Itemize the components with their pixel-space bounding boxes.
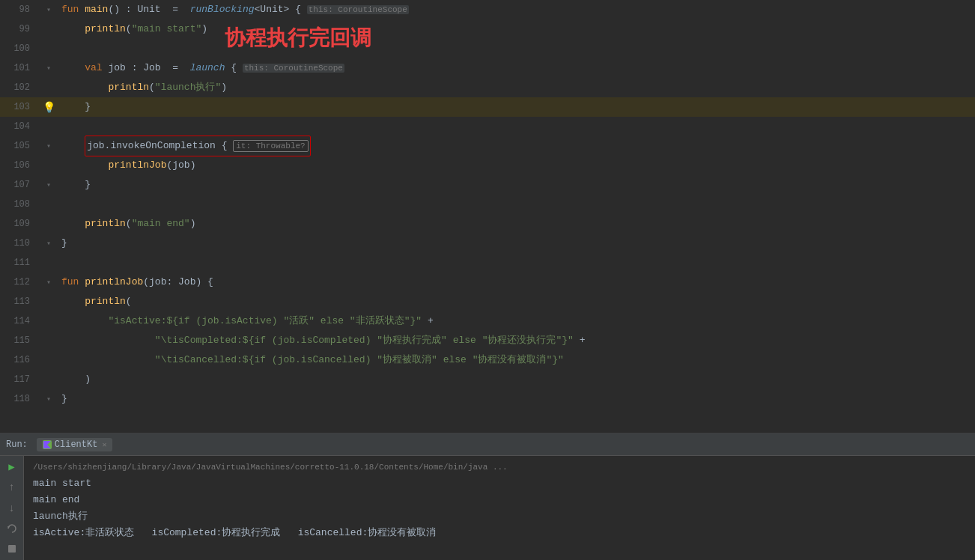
line-number: 116 bbox=[0, 355, 39, 365]
tab-close-icon[interactable]: ✕ bbox=[102, 440, 106, 449]
rerun-button[interactable] bbox=[4, 520, 20, 536]
line-gutter[interactable]: ▾ bbox=[39, 141, 58, 150]
code-line-111: 111 bbox=[0, 253, 975, 273]
code-line-102: 102 println("launch执行") bbox=[0, 78, 975, 97]
fold-arrow-icon[interactable]: ▾ bbox=[46, 278, 51, 287]
code-line-115: 115 "\tisCompleted:${if (job.isCompleted… bbox=[0, 331, 975, 350]
line-number: 102 bbox=[0, 82, 39, 93]
code-line-104: 104 bbox=[0, 117, 975, 136]
code-line-108: 108 bbox=[0, 195, 975, 214]
code-line-114: 114 "isActive:${if (job.isActive) "活跃" e… bbox=[0, 311, 975, 331]
run-label: Run: bbox=[6, 439, 28, 450]
line-content: ) bbox=[58, 370, 975, 389]
output-line-0: /Users/shizhenjiang/Library/Java/JavaVir… bbox=[33, 459, 966, 475]
bulb-icon[interactable]: 💡 bbox=[43, 101, 55, 114]
code-line-117: 117 ) bbox=[0, 370, 975, 389]
svg-marker-0 bbox=[43, 441, 51, 448]
code-line-100: 100 bbox=[0, 39, 975, 58]
line-number: 110 bbox=[0, 238, 39, 249]
line-content: } bbox=[58, 175, 975, 195]
line-gutter[interactable]: ▾ bbox=[39, 278, 58, 287]
run-toolbar: ▶ ↑ ↓ bbox=[0, 456, 24, 560]
code-line-116: 116 "\tisCancelled:${if (job.isCancelled… bbox=[0, 350, 975, 370]
line-number: 101 bbox=[0, 63, 39, 73]
line-content: println("main end") bbox=[58, 214, 975, 234]
code-line-118: 118▾} bbox=[0, 389, 975, 409]
line-number: 112 bbox=[0, 277, 39, 287]
scroll-down-button[interactable]: ↓ bbox=[4, 500, 20, 516]
line-number: 111 bbox=[0, 258, 39, 268]
run-tab-clientkt[interactable]: ClientKt ✕ bbox=[37, 438, 113, 451]
run-tab-bar: Run: ClientKt ✕ bbox=[0, 433, 975, 456]
fold-arrow-icon[interactable]: ▾ bbox=[46, 5, 51, 14]
code-line-98: 98▾fun main() : Unit = runBlocking<Unit>… bbox=[0, 0, 975, 19]
code-editor: 98▾fun main() : Unit = runBlocking<Unit>… bbox=[0, 0, 975, 433]
line-number: 109 bbox=[0, 219, 39, 229]
line-number: 107 bbox=[0, 180, 39, 190]
line-number: 104 bbox=[0, 121, 39, 132]
line-gutter[interactable]: 💡 bbox=[39, 101, 58, 114]
code-line-110: 110▾} bbox=[0, 234, 975, 253]
line-content: "\tisCancelled:${if (job.isCancelled) "协… bbox=[58, 350, 975, 370]
line-content: "isActive:${if (job.isActive) "活跃" else … bbox=[58, 311, 975, 331]
line-content: fun main() : Unit = runBlocking<Unit> { … bbox=[58, 0, 975, 19]
line-content: } bbox=[58, 234, 975, 253]
run-button[interactable]: ▶ bbox=[4, 459, 20, 475]
line-content: } bbox=[58, 97, 975, 117]
stop-button[interactable] bbox=[4, 541, 20, 557]
svg-rect-2 bbox=[8, 545, 16, 553]
run-content: ▶ ↑ ↓ /Users/shizhenjiang/Library/Java/J… bbox=[0, 456, 975, 560]
code-line-113: 113 println( bbox=[0, 292, 975, 311]
line-number: 100 bbox=[0, 43, 39, 54]
line-content: job.invokeOnCompletion { it: Throwable? bbox=[58, 136, 975, 156]
line-content: val job : Job = launch { this: Coroutine… bbox=[58, 58, 975, 78]
line-content: println("main start") bbox=[58, 19, 975, 39]
line-content: fun printlnJob(job: Job) { bbox=[58, 273, 975, 292]
line-number: 108 bbox=[0, 199, 39, 210]
scroll-up-button[interactable]: ↑ bbox=[4, 479, 20, 495]
fold-arrow-icon[interactable]: ▾ bbox=[46, 239, 51, 248]
code-line-103: 103💡 } bbox=[0, 97, 975, 117]
output-line-4: isActive:非活跃状态 isCompleted:协程执行完成 isCanc… bbox=[33, 525, 966, 541]
output-line-3: launch执行 bbox=[33, 508, 966, 525]
line-gutter[interactable]: ▾ bbox=[39, 5, 58, 14]
line-number: 114 bbox=[0, 316, 39, 326]
output-line-2: main end bbox=[33, 492, 966, 508]
run-output: /Users/shizhenjiang/Library/Java/JavaVir… bbox=[24, 456, 975, 560]
line-number: 113 bbox=[0, 296, 39, 307]
line-number: 106 bbox=[0, 160, 39, 171]
fold-arrow-icon[interactable]: ▾ bbox=[46, 180, 51, 189]
line-number: 105 bbox=[0, 141, 39, 151]
fold-arrow-icon[interactable]: ▾ bbox=[46, 64, 51, 73]
line-gutter[interactable]: ▾ bbox=[39, 180, 58, 189]
fold-arrow-icon[interactable]: ▾ bbox=[46, 141, 51, 150]
code-line-109: 109 println("main end") bbox=[0, 214, 975, 234]
run-panel: Run: ClientKt ✕ ▶ ↑ ↓ bbox=[0, 433, 975, 560]
line-gutter[interactable]: ▾ bbox=[39, 395, 58, 404]
line-content: } bbox=[58, 389, 975, 409]
line-number: 118 bbox=[0, 394, 39, 404]
line-content: println( bbox=[58, 292, 975, 311]
line-content: printlnJob(job) bbox=[58, 156, 975, 175]
line-number: 99 bbox=[0, 24, 39, 34]
line-number: 117 bbox=[0, 374, 39, 385]
line-number: 115 bbox=[0, 335, 39, 346]
line-number: 103 bbox=[0, 102, 39, 112]
line-number: 98 bbox=[0, 4, 39, 15]
line-gutter[interactable]: ▾ bbox=[39, 64, 58, 73]
tab-label: ClientKt bbox=[55, 439, 98, 450]
code-line-105: 105▾ job.invokeOnCompletion { it: Throwa… bbox=[0, 136, 975, 156]
fold-arrow-icon[interactable]: ▾ bbox=[46, 395, 51, 404]
code-line-112: 112▾fun printlnJob(job: Job) { bbox=[0, 273, 975, 292]
line-gutter[interactable]: ▾ bbox=[39, 239, 58, 248]
kotlin-icon bbox=[43, 440, 52, 449]
code-line-101: 101▾ val job : Job = launch { this: Coro… bbox=[0, 58, 975, 78]
output-line-1: main start bbox=[33, 475, 966, 492]
code-line-99: 99 println("main start") bbox=[0, 19, 975, 39]
code-line-106: 106 printlnJob(job) bbox=[0, 156, 975, 175]
code-line-107: 107▾ } bbox=[0, 175, 975, 195]
line-content: "\tisCompleted:${if (job.isCompleted) "协… bbox=[58, 331, 975, 350]
line-content: println("launch执行") bbox=[58, 78, 975, 97]
